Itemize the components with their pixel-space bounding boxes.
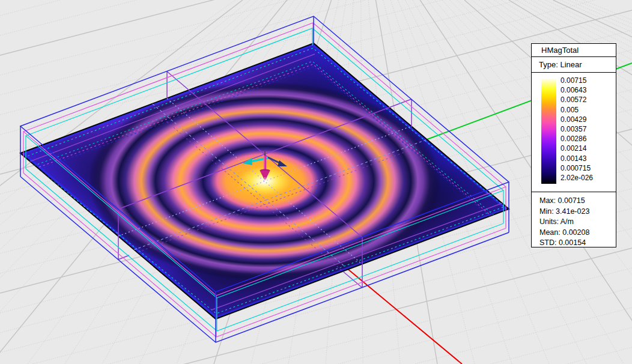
scale-value: 2.02e-026 [561, 173, 593, 183]
viewport-3d[interactable]: HMagTotal Type: Linear 0.00715 0.00643 0… [0, 0, 632, 364]
scale-value: 0.005 [561, 105, 593, 115]
scale-value: 0.00643 [561, 85, 593, 95]
scale-labels: 0.00715 0.00643 0.00572 0.005 0.00429 0.… [561, 76, 593, 183]
legend-title: HMagTotal [532, 44, 616, 57]
legend-type-label: Type: Linear [532, 57, 616, 73]
scale-value: 0.00143 [561, 154, 593, 163]
stat-min: Min: 3.41e-023 [539, 207, 616, 217]
scale-value: 0.00357 [561, 124, 593, 134]
colorbar [541, 79, 556, 184]
stat-max: Max: 0.00715 [539, 196, 616, 207]
scale-value: 0.00214 [561, 144, 593, 153]
legend-scale: 0.00715 0.00643 0.00572 0.005 0.00429 0.… [532, 73, 616, 192]
scale-value: 0.00572 [561, 95, 593, 105]
scale-value: 0.00286 [561, 134, 593, 144]
stat-std: STD: 0.00154 [539, 238, 616, 249]
stat-mean: Mean: 0.00208 [539, 228, 616, 238]
scale-value: 0.00429 [561, 115, 593, 124]
scale-value: 0.00715 [561, 76, 593, 85]
scale-value: 0.000715 [561, 163, 593, 173]
legend-stats: Max: 0.00715 Min: 3.41e-023 Units: A/m M… [532, 192, 616, 249]
stat-units: Units: A/m [539, 217, 616, 228]
legend-panel[interactable]: HMagTotal Type: Linear 0.00715 0.00643 0… [531, 43, 616, 247]
